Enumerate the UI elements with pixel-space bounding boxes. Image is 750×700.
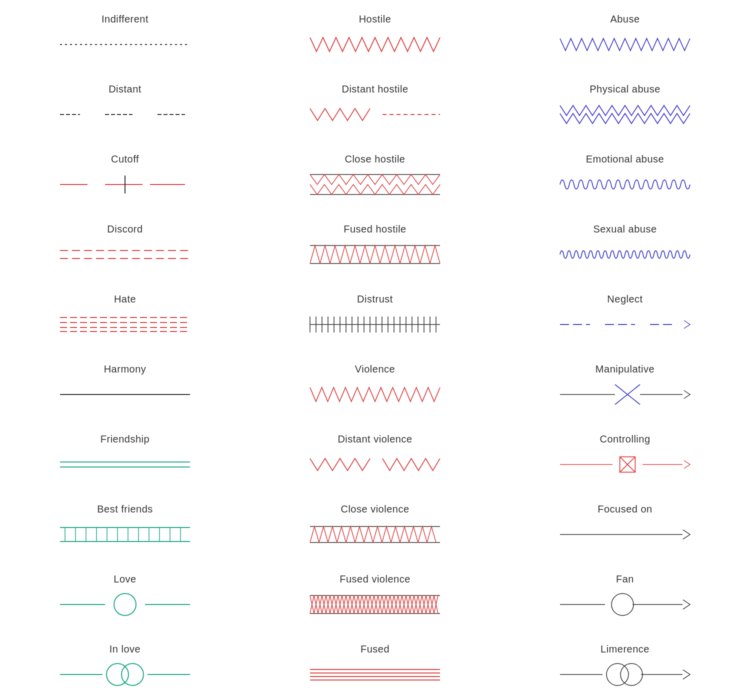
symbol-svg	[55, 382, 195, 407]
label-emotional-abuse: Emotional abuse	[586, 154, 664, 165]
symbol-svg	[55, 312, 195, 337]
symbol-abuse	[555, 32, 695, 57]
symbol-svg	[555, 522, 695, 547]
cell-in-love: In love	[0, 630, 250, 700]
svg-point-94	[620, 664, 642, 686]
label-focused-on: Focused on	[598, 504, 652, 515]
symbol-cutoff	[55, 172, 195, 197]
symbol-fused-hostile	[305, 242, 445, 267]
symbol-svg	[555, 172, 695, 197]
symbol-close-violence	[305, 522, 445, 547]
label-fused: Fused	[360, 644, 390, 655]
symbol-svg	[305, 452, 445, 477]
label-best-friends: Best friends	[97, 504, 153, 515]
symbol-svg	[305, 172, 445, 197]
cell-focused-on: Focused on	[500, 490, 750, 560]
symbol-friendship	[55, 452, 195, 477]
cell-controlling: Controlling	[500, 420, 750, 490]
label-distant-hostile: Distant hostile	[342, 84, 408, 95]
symbol-svg	[555, 592, 695, 617]
symbol-svg	[555, 32, 695, 57]
cell-love: Love	[0, 560, 250, 630]
symbol-svg	[305, 32, 445, 57]
symbol-fused-violence	[305, 592, 445, 617]
label-distant-violence: Distant violence	[338, 434, 412, 445]
cell-best-friends: Best friends	[0, 490, 250, 560]
symbol-fused	[305, 662, 445, 687]
symbol-focused-on	[555, 522, 695, 547]
symbol-svg	[555, 242, 695, 267]
label-love: Love	[114, 574, 136, 585]
label-violence: Violence	[355, 364, 395, 375]
symbol-distrust	[305, 312, 445, 337]
symbol-svg	[55, 522, 195, 547]
label-friendship: Friendship	[100, 434, 150, 445]
cell-indifferent: Indifferent	[0, 0, 250, 70]
symbol-svg	[55, 172, 195, 197]
symbol-svg	[555, 662, 695, 687]
symbol-svg	[305, 382, 445, 407]
symbol-sexual-abuse	[555, 242, 695, 267]
cell-distant-violence: Distant violence	[250, 420, 500, 490]
label-hate: Hate	[114, 294, 136, 305]
cell-close-hostile: Close hostile	[250, 140, 500, 210]
symbol-svg	[55, 242, 195, 267]
symbol-controlling	[555, 452, 695, 477]
symbol-svg	[305, 662, 445, 687]
symbol-distant-violence	[305, 452, 445, 477]
label-abuse: Abuse	[610, 14, 640, 25]
symbol-fan	[555, 592, 695, 617]
label-cutoff: Cutoff	[111, 154, 139, 165]
cell-abuse: Abuse	[500, 0, 750, 70]
cell-fused-hostile: Fused hostile	[250, 210, 500, 280]
cell-neglect: Neglect	[500, 280, 750, 350]
cell-limerence: Limerence	[500, 630, 750, 700]
symbol-in-love	[55, 662, 195, 687]
cell-emotional-abuse: Emotional abuse	[500, 140, 750, 210]
label-limerence: Limerence	[600, 644, 650, 655]
svg-point-82	[612, 594, 634, 616]
symbol-best-friends	[55, 522, 195, 547]
svg-point-93	[606, 664, 628, 686]
symbol-svg	[55, 32, 195, 57]
cell-distrust: Distrust	[250, 280, 500, 350]
label-physical-abuse: Physical abuse	[590, 84, 660, 95]
cell-hostile: Hostile	[250, 0, 500, 70]
symbol-distant-hostile	[305, 102, 445, 127]
cell-fan: Fan	[500, 560, 750, 630]
symbol-neglect	[555, 312, 695, 337]
symbol-limerence	[555, 662, 695, 687]
cell-fused-violence: Fused violence	[250, 560, 500, 630]
symbol-indifferent	[55, 32, 195, 57]
label-fused-hostile: Fused hostile	[344, 224, 406, 235]
cell-fused: Fused	[250, 630, 500, 700]
symbol-emotional-abuse	[555, 172, 695, 197]
symbol-physical-abuse	[555, 102, 695, 127]
label-distrust: Distrust	[357, 294, 393, 305]
label-close-hostile: Close hostile	[344, 154, 405, 165]
symbol-distant	[55, 102, 195, 127]
symbol-svg	[305, 102, 445, 127]
symbol-hate	[55, 312, 195, 337]
symbol-grid: IndifferentHostileAbuseDistant Distant h…	[0, 0, 750, 700]
symbol-svg	[305, 522, 445, 547]
symbol-love	[55, 592, 195, 617]
label-distant: Distant	[108, 84, 142, 95]
label-hostile: Hostile	[359, 14, 392, 25]
svg-point-86	[122, 664, 144, 686]
cell-manipulative: Manipulative	[500, 350, 750, 420]
cell-friendship: Friendship	[0, 420, 250, 490]
symbol-svg	[55, 452, 195, 477]
label-sexual-abuse: Sexual abuse	[593, 224, 656, 235]
cell-sexual-abuse: Sexual abuse	[500, 210, 750, 280]
label-manipulative: Manipulative	[596, 364, 654, 375]
label-in-love: In love	[110, 644, 140, 655]
label-controlling: Controlling	[600, 434, 650, 445]
symbol-svg	[555, 382, 695, 407]
symbol-manipulative	[555, 382, 695, 407]
cell-harmony: Harmony	[0, 350, 250, 420]
cell-discord: Discord	[0, 210, 250, 280]
label-fan: Fan	[616, 574, 634, 585]
cell-close-violence: Close violence	[250, 490, 500, 560]
symbol-svg	[555, 312, 695, 337]
